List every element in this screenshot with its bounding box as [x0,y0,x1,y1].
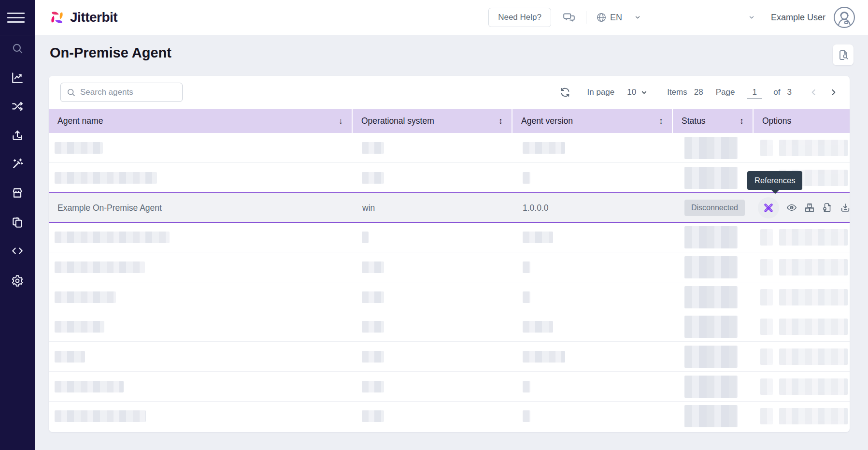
divider [586,11,586,24]
app: Jitterbit Need Help? EN Example User On-… [0,0,868,450]
references-tools-icon[interactable] [758,197,779,218]
table-row[interactable] [49,312,850,342]
copy-icon[interactable] [8,213,27,232]
eye-icon[interactable] [786,203,797,213]
table-row-example-agent[interactable]: Example On-Premise Agent win 1.0.0.0 Dis… [49,192,850,223]
redacted-options [760,140,773,156]
items-count: 28 [694,87,703,97]
user-name: Example User [771,13,825,23]
sort-icon[interactable]: ↕ [498,116,503,126]
redacted-status [684,256,738,278]
redacted-os [362,291,384,303]
page-size-value: 10 [627,87,636,97]
sidebar-top [0,0,35,35]
agents-panel: In page 10 Items 28 Page of 3 Agent name… [49,76,850,432]
table-row[interactable] [49,372,850,402]
document-search-icon[interactable] [833,44,854,65]
column-header-status[interactable]: Status ↕ [673,109,754,133]
packages-icon[interactable] [804,203,815,213]
page-title: On-Premise Agent [50,45,171,61]
need-help-button[interactable]: Need Help? [488,8,551,27]
redacted-status [684,226,738,248]
redacted-options [760,319,773,335]
chevron-down-icon [748,14,755,21]
page-size-select[interactable]: 10 [627,87,648,97]
redacted-options [760,259,773,276]
code-icon[interactable] [8,242,27,260]
search-input[interactable] [60,83,183,102]
redacted-version [523,261,530,273]
download-icon[interactable] [840,203,851,213]
redacted-version [523,351,565,363]
org-select[interactable] [646,14,755,21]
redacted-os [362,321,384,333]
redacted-agent-name [55,172,157,184]
language-label: EN [610,13,622,23]
agent-os: win [362,203,375,213]
menu-icon[interactable] [7,10,25,25]
table-row[interactable] [49,282,850,312]
redacted-version [523,410,530,422]
logo-wordmark: Jitterbit [70,10,117,25]
table-row[interactable] [49,163,850,193]
sidebar [0,0,35,450]
redacted-status [684,137,738,159]
globe-icon [596,12,607,23]
redacted-options [760,348,773,365]
redacted-status [684,376,738,398]
redacted-options [779,378,848,395]
redacted-options [760,378,773,395]
table-row[interactable] [49,133,850,163]
redacted-status [684,316,738,338]
redacted-version [523,381,530,392]
redacted-agent-name [55,261,145,273]
sort-desc-icon[interactable]: ↓ [339,116,343,126]
sort-icon[interactable]: ↕ [740,116,744,126]
table-row[interactable] [49,222,850,252]
next-page-icon[interactable] [828,87,838,97]
language-select[interactable]: EN [596,12,641,23]
redacted-agent-name [55,351,85,363]
redacted-version [523,172,530,184]
activity-chart-icon[interactable] [8,69,27,87]
redacted-status [684,167,738,189]
redacted-options [779,348,848,365]
redacted-options [779,229,848,246]
redacted-status [684,346,738,368]
page-label: Page [716,87,735,97]
column-header-agent-name[interactable]: Agent name ↓ [49,109,353,133]
column-header-agent-version[interactable]: Agent version ↕ [512,109,673,133]
table-row[interactable] [49,401,850,431]
table-row[interactable] [49,342,850,372]
shuffle-icon[interactable] [8,97,27,116]
magic-wand-icon[interactable] [8,155,27,173]
storefront-icon[interactable] [8,184,27,202]
page-number-input[interactable] [747,87,762,99]
redacted-agent-name [55,232,170,243]
jitterbit-logo[interactable]: Jitterbit [48,9,117,26]
upload-icon[interactable] [8,126,27,145]
row-options [758,193,851,222]
redacted-os [362,142,384,154]
redacted-version [523,232,553,243]
sort-icon[interactable]: ↕ [659,116,663,126]
avatar-headset-icon[interactable] [833,6,855,29]
chat-icon[interactable] [563,11,575,24]
table-header: Agent name ↓ Operational system ↕ Agent … [49,109,850,133]
search-icon [66,87,76,97]
redacted-agent-name [55,381,124,392]
redacted-version [523,291,530,303]
column-header-operational-system[interactable]: Operational system ↕ [353,109,512,133]
certificate-icon[interactable] [822,203,833,213]
top-header: Jitterbit Need Help? EN Example User [35,0,868,35]
redacted-os [362,261,384,273]
redacted-options [760,289,773,305]
gear-icon[interactable] [8,272,27,290]
search-icon[interactable] [8,39,27,58]
prev-page-icon[interactable] [809,87,819,97]
table-row[interactable] [49,252,850,282]
redacted-agent-name [55,321,104,333]
in-page-label: In page [587,87,615,97]
refresh-icon[interactable] [559,87,571,98]
items-label: Items [667,87,687,97]
